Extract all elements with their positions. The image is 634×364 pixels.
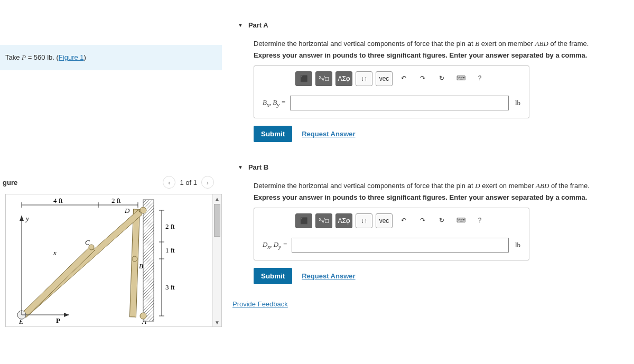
arrows-button[interactable]: ↓↑ — [356, 213, 372, 228]
figure-next-button[interactable]: › — [201, 176, 214, 189]
help-button[interactable]: ? — [472, 71, 488, 85]
part-b-unit: lb — [515, 241, 520, 249]
templates-button[interactable]: ⬛ — [295, 71, 312, 86]
part-a-var-label: Bx, By = — [263, 98, 286, 108]
figure-title: gure — [0, 179, 17, 186]
undo-button[interactable]: ↶ — [396, 213, 412, 227]
scroll-down-icon[interactable]: ▼ — [213, 318, 221, 326]
part-a-instruction: Express your answer in pounds to three s… — [254, 51, 623, 59]
problem-prompt: Take P = 560 lb. (Figure 1) — [0, 45, 222, 70]
part-b-prompt: Determine the horizontal and vertical co… — [254, 182, 623, 190]
svg-rect-0 — [143, 200, 154, 321]
keyboard-button[interactable]: ⌨ — [453, 213, 469, 227]
part-b-answer-box: ⬛ x√□ ΑΣφ ↓↑ vec ↶ ↷ ↻ ⌨ ? Dx, Dy = — [254, 208, 529, 260]
reset-button[interactable]: ↻ — [434, 213, 450, 227]
part-b-request-answer-link[interactable]: Request Answer — [302, 272, 355, 280]
svg-point-8 — [132, 256, 137, 262]
undo-button[interactable]: ↶ — [396, 71, 412, 85]
part-b-answer-input[interactable] — [292, 238, 509, 253]
greek-button[interactable]: ΑΣφ — [335, 213, 352, 228]
svg-marker-5 — [22, 246, 95, 318]
help-button[interactable]: ? — [472, 213, 488, 227]
part-b-var-label: Dx, Dy = — [263, 240, 287, 250]
sqrt-button[interactable]: x√□ — [315, 71, 332, 86]
redo-button[interactable]: ↷ — [415, 71, 431, 85]
svg-marker-13 — [64, 313, 69, 317]
part-a-unit: lb — [515, 99, 520, 107]
vec-button[interactable]: vec — [376, 71, 393, 86]
svg-text:2 ft: 2 ft — [165, 222, 175, 230]
arrows-button[interactable]: ↓↑ — [356, 71, 372, 86]
provide-feedback-link[interactable]: Provide Feedback — [232, 300, 288, 308]
part-b-submit-button[interactable]: Submit — [254, 268, 292, 284]
svg-marker-10 — [20, 216, 24, 221]
sqrt-button[interactable]: x√□ — [315, 213, 332, 228]
part-b-header[interactable]: ▼ Part B — [232, 163, 623, 171]
svg-text:C: C — [85, 238, 90, 246]
redo-button[interactable]: ↷ — [415, 213, 431, 227]
svg-text:4 ft: 4 ft — [53, 197, 63, 204]
svg-text:2 ft: 2 ft — [111, 197, 121, 204]
keyboard-button[interactable]: ⌨ — [453, 71, 469, 85]
reset-button[interactable]: ↻ — [434, 71, 450, 85]
svg-text:D: D — [124, 207, 130, 214]
figure-scrollbar[interactable]: ▲ ▼ — [212, 194, 221, 326]
svg-rect-3 — [129, 209, 139, 317]
part-a-answer-input[interactable] — [290, 96, 509, 110]
part-a-submit-button[interactable]: Submit — [254, 126, 292, 142]
svg-point-1 — [140, 207, 146, 213]
svg-text:x: x — [53, 249, 57, 257]
scroll-up-icon[interactable]: ▲ — [213, 194, 221, 203]
svg-text:3 ft: 3 ft — [165, 283, 175, 291]
svg-text:B: B — [139, 262, 143, 270]
part-a-header[interactable]: ▼ Part A — [232, 21, 623, 29]
svg-text:1 ft: 1 ft — [165, 246, 175, 254]
templates-button[interactable]: ⬛ — [295, 213, 312, 228]
figure-link[interactable]: Figure 1 — [59, 53, 84, 61]
scroll-thumb[interactable] — [214, 204, 220, 237]
part-a-answer-box: ⬛ x√□ ΑΣφ ↓↑ vec ↶ ↷ ↻ ⌨ ? Bx, By = — [254, 66, 529, 118]
chevron-down-icon: ▼ — [238, 22, 243, 28]
svg-text:A: A — [142, 318, 146, 324]
part-a-request-answer-link[interactable]: Request Answer — [302, 130, 355, 138]
chevron-down-icon: ▼ — [238, 164, 243, 170]
figure-counter: 1 of 1 — [180, 179, 197, 186]
vec-button[interactable]: vec — [376, 213, 393, 228]
svg-text:E: E — [18, 318, 23, 324]
part-b-instruction: Express your answer in pounds to three s… — [254, 193, 623, 201]
svg-text:P: P — [56, 316, 60, 324]
part-a-prompt: Determine the horizontal and vertical co… — [254, 40, 623, 48]
greek-button[interactable]: ΑΣφ — [335, 71, 352, 86]
figure-canvas: y x P E C B D A 4 ft 2 ft — [5, 194, 222, 327]
figure-prev-button[interactable]: ‹ — [163, 176, 175, 189]
svg-text:y: y — [25, 214, 29, 222]
